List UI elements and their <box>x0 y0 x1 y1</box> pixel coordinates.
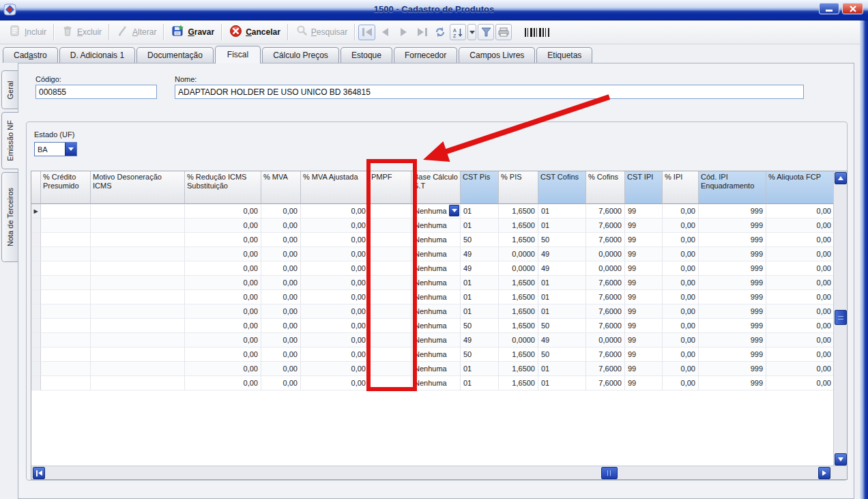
print-button[interactable] <box>495 24 512 40</box>
grid-cell[interactable]: 0,00 <box>766 290 833 304</box>
grid-cell[interactable] <box>369 290 411 304</box>
grid-cell[interactable]: 0,0000 <box>586 333 625 347</box>
grid-cell[interactable]: 99 <box>625 347 663 362</box>
grid-cell[interactable]: 0,00 <box>663 218 699 233</box>
grid-cell[interactable]: 1,6500 <box>499 304 538 319</box>
grid-cell[interactable] <box>41 204 91 218</box>
grid-cell[interactable]: 0,00 <box>766 347 833 362</box>
prior-record-button[interactable] <box>377 25 394 40</box>
grid-cell[interactable]: 50 <box>538 233 586 247</box>
grid-cell[interactable]: 0,00 <box>261 304 301 319</box>
grid-cell[interactable]: 0,00 <box>261 319 301 333</box>
close-button[interactable] <box>842 3 863 14</box>
scroll-down-button[interactable] <box>835 453 847 466</box>
grid-cell[interactable]: 0,00 <box>185 376 261 390</box>
grid-cell[interactable] <box>91 247 185 261</box>
table-row[interactable]: 0,000,000,00Nenhuma011,6500017,6000990,0… <box>31 276 833 290</box>
tab-cadastro[interactable]: Cadastro <box>3 47 58 63</box>
grid-cell[interactable] <box>369 204 411 218</box>
horizontal-scrollbar[interactable] <box>31 466 847 479</box>
grid-cell[interactable]: 0,00 <box>261 247 301 261</box>
grid-cell[interactable]: 0,00 <box>301 347 369 362</box>
grid-cell[interactable] <box>91 333 185 347</box>
grid-cell[interactable]: 0,00 <box>185 304 261 319</box>
grid-cell[interactable]: 0,00 <box>185 276 261 290</box>
grid-cell[interactable]: 01 <box>538 362 586 376</box>
grid-cell[interactable]: 01 <box>461 304 499 319</box>
grid-cell[interactable]: 999 <box>699 333 766 347</box>
grid-cell[interactable]: 0,00 <box>301 304 369 319</box>
grid-cell[interactable] <box>91 376 185 390</box>
grid-cell[interactable]: 50 <box>461 319 499 333</box>
grid-cell[interactable]: 0,00 <box>185 204 261 218</box>
refresh-button[interactable] <box>432 24 448 40</box>
column-header-pmpf[interactable]: PMPF <box>369 171 411 204</box>
column-header-credito-presumido[interactable]: % Crédito Presumido <box>41 171 91 204</box>
grid-cell[interactable]: 999 <box>699 233 766 247</box>
grid-cell[interactable]: Nenhuma <box>411 204 461 218</box>
grid-cell[interactable]: 1,6500 <box>499 218 538 233</box>
grid-cell[interactable]: 49 <box>538 261 586 276</box>
grid-cell[interactable]: 0,00 <box>663 362 699 376</box>
grid-cell[interactable]: 0,00 <box>663 304 699 319</box>
tab-fornecedor[interactable]: Fornecedor <box>394 47 457 63</box>
toolbar-button-excluir[interactable]: Excluir <box>57 23 106 42</box>
toolbar-button-incluir[interactable]: Incluir <box>4 23 51 42</box>
grid-cell[interactable]: 999 <box>699 218 766 233</box>
table-row[interactable]: 0,000,000,00Nenhuma011,6500017,6000990,0… <box>31 290 833 304</box>
grid-cell[interactable]: 0,00 <box>185 247 261 261</box>
grid-cell[interactable]: 0,00 <box>663 290 699 304</box>
scroll-start-button[interactable] <box>33 467 45 479</box>
grid-cell[interactable] <box>91 347 185 362</box>
grid-cell[interactable]: Nenhuma <box>411 347 461 362</box>
grid-cell[interactable]: 0,00 <box>766 276 833 290</box>
grid-cell[interactable]: 999 <box>699 276 766 290</box>
grid-cell[interactable]: 01 <box>461 204 499 218</box>
grid-cell[interactable]: 0,00 <box>261 333 301 347</box>
grid-cell[interactable]: 99 <box>625 333 663 347</box>
grid-cell[interactable]: 0,00 <box>185 233 261 247</box>
grid-cell[interactable]: 0,00 <box>261 233 301 247</box>
table-row[interactable]: 0,000,000,00Nenhuma011,6500017,6000990,0… <box>31 218 833 233</box>
grid-cell[interactable]: 01 <box>461 276 499 290</box>
grid-cell[interactable]: 1,6500 <box>499 362 538 376</box>
grid-cell[interactable]: 01 <box>461 290 499 304</box>
grid-cell[interactable]: 01 <box>538 290 586 304</box>
grid-cell[interactable]: 0,00 <box>766 218 833 233</box>
table-row[interactable]: 0,000,000,00Nenhuma501,6500507,6000990,0… <box>31 319 833 333</box>
grid-cell[interactable]: 0,00 <box>663 233 699 247</box>
grid-cell[interactable]: 0,0000 <box>586 261 625 276</box>
grid-cell[interactable]: 50 <box>538 347 586 362</box>
dropdown-arrow-icon[interactable] <box>449 205 459 216</box>
grid-cell[interactable]: 0,00 <box>301 319 369 333</box>
grid-cell[interactable]: 50 <box>538 319 586 333</box>
table-row[interactable]: 0,000,000,00Nenhuma011,6500017,6000990,0… <box>31 376 833 390</box>
grid-cell[interactable]: 1,6500 <box>499 276 538 290</box>
grid-cell[interactable] <box>41 247 91 261</box>
grid-cell[interactable]: 1,6500 <box>499 319 538 333</box>
grid-cell[interactable]: 999 <box>699 376 766 390</box>
grid-cell[interactable]: 0,00 <box>301 233 369 247</box>
sort-options-button[interactable] <box>467 24 476 40</box>
tab-d-adicionais-1[interactable]: D. Adicionais 1 <box>59 47 135 63</box>
grid-cell[interactable] <box>369 376 411 390</box>
toolbar-button-alterar[interactable]: Alterar <box>112 23 161 42</box>
grid-cell[interactable]: 0,0000 <box>499 247 538 261</box>
grid-cell[interactable]: 999 <box>699 304 766 319</box>
grid-cell[interactable]: 0,00 <box>185 290 261 304</box>
grid-cell[interactable] <box>41 376 91 390</box>
grid-cell[interactable]: 0,00 <box>301 247 369 261</box>
column-header-cst-pis[interactable]: CST Pis <box>461 171 499 204</box>
grid-cell[interactable] <box>41 290 91 304</box>
grid-cell[interactable]: Nenhuma <box>411 218 461 233</box>
column-header-reducao-icms-substituicao[interactable]: % Redução ICMS Substituição <box>185 171 261 204</box>
column-header-cofins[interactable]: % Cofins <box>586 171 625 204</box>
grid-cell[interactable]: 99 <box>625 319 663 333</box>
grid-cell[interactable]: 7,6000 <box>586 218 625 233</box>
tab-etiquetas[interactable]: Etiquetas <box>536 47 592 63</box>
grid-cell[interactable]: 0,00 <box>301 290 369 304</box>
grid-cell[interactable]: 7,6000 <box>586 304 625 319</box>
grid-cell[interactable]: 999 <box>699 261 766 276</box>
minimize-button[interactable] <box>819 3 839 14</box>
grid-cell[interactable]: 99 <box>625 218 663 233</box>
